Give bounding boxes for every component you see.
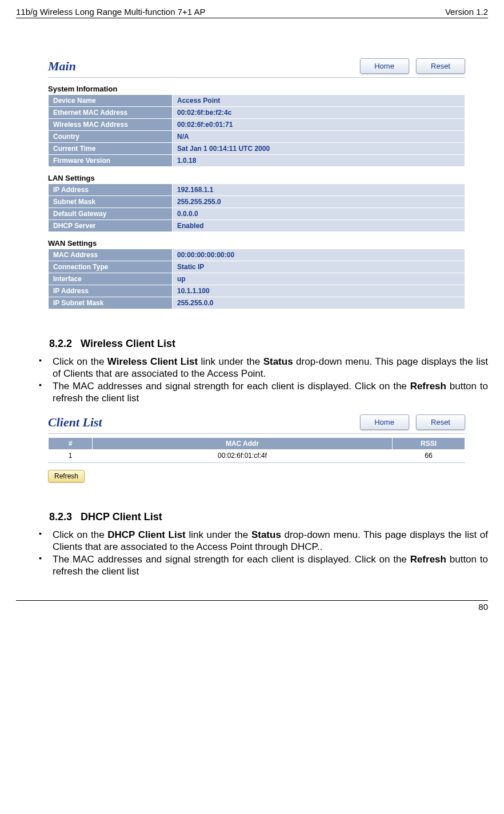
home-button[interactable]: Home: [360, 58, 409, 74]
doc-header: 11b/g Wireless Long Range Multi-function…: [16, 7, 488, 18]
t: link under the: [186, 529, 251, 540]
sys-info-label: System Information: [48, 85, 465, 93]
clientlist-screenshot: Client List Home Reset # MAC Addr RSSI 1…: [48, 414, 465, 482]
v: 255.255.0.0: [173, 297, 465, 309]
k: Current Time: [49, 143, 173, 155]
v: Sat Jan 1 00:14:11 UTC 2000: [173, 143, 465, 155]
k: Connection Type: [49, 261, 173, 273]
clientlist-title: Client List: [48, 415, 102, 430]
v: N/A: [173, 131, 465, 143]
v: 00:02:6f:e0:01:71: [173, 119, 465, 131]
v: up: [173, 273, 465, 285]
sec823-bullet1: Click on the DHCP Client List link under…: [29, 529, 488, 553]
k: Subnet Mask: [49, 196, 173, 208]
v: Access Point: [173, 95, 465, 107]
sec-title: Wireless Client List: [81, 338, 175, 349]
reset-button[interactable]: Reset: [416, 58, 465, 74]
col-mac: MAC Addr: [93, 438, 393, 450]
k: Interface: [49, 273, 173, 285]
wan-table: MAC Address00:00:00:00:00:00 Connection …: [48, 249, 465, 309]
v: 00:02:6f:be:f2:4c: [173, 107, 465, 119]
doc-footer: 80: [16, 600, 488, 612]
v: 1.0.18: [173, 155, 465, 167]
sec-num: 8.2.3: [49, 511, 72, 522]
header-left: 11b/g Wireless Long Range Multi-function…: [16, 7, 205, 17]
t: The MAC addresses and signal strength fo…: [53, 554, 410, 565]
main-screenshot: Main Home Reset System Information Devic…: [48, 58, 465, 309]
v: 00:00:00:00:00:00: [173, 249, 465, 261]
sec822-bullet2: The MAC addresses and signal strength fo…: [29, 380, 488, 405]
page-number: 80: [478, 602, 488, 612]
t: Click on the: [53, 529, 107, 540]
sec-822-heading: 8.2.2 Wireless Client List: [49, 338, 488, 350]
sys-info-table: Device NameAccess Point Ethernet MAC Add…: [48, 94, 465, 167]
t: Click on the: [53, 356, 107, 367]
btn-name: Refresh: [410, 381, 446, 392]
k: IP Subnet Mask: [49, 297, 173, 309]
refresh-button[interactable]: Refresh: [48, 470, 85, 482]
k: Firmware Version: [49, 155, 173, 167]
t: link under the: [198, 356, 263, 367]
table-row: 1 00:02:6f:01:cf:4f 66: [49, 450, 465, 462]
k: Wireless MAC Address: [49, 119, 173, 131]
cell-rssi: 66: [393, 450, 465, 462]
col-index: #: [49, 438, 93, 450]
lan-label: LAN Settings: [48, 174, 465, 182]
col-rssi: RSSI: [393, 438, 465, 450]
k: Ethernet MAC Address: [49, 107, 173, 119]
menu-name: Status: [263, 356, 293, 367]
v: 255.255.255.0: [173, 196, 465, 208]
wan-label: WAN Settings: [48, 239, 465, 248]
btn-name: Refresh: [410, 554, 446, 565]
k: IP Address: [49, 184, 173, 196]
t: The MAC addresses and signal strength fo…: [53, 381, 410, 392]
v: 0.0.0.0: [173, 208, 465, 220]
k: Device Name: [49, 95, 173, 107]
sec822-bullet1: Click on the Wireless Client List link u…: [29, 356, 488, 380]
cell-index: 1: [49, 450, 93, 462]
client-table: # MAC Addr RSSI 1 00:02:6f:01:cf:4f 66: [48, 437, 465, 461]
v: 10.1.1.100: [173, 285, 465, 297]
sec823-bullet2: The MAC addresses and signal strength fo…: [29, 553, 488, 578]
v: Enabled: [173, 220, 465, 232]
sec-823-heading: 8.2.3 DHCP Client List: [49, 511, 488, 523]
link-name: Wireless Client List: [107, 356, 198, 367]
menu-name: Status: [251, 529, 281, 540]
k: Default Gateway: [49, 208, 173, 220]
cell-mac: 00:02:6f:01:cf:4f: [93, 450, 393, 462]
k: Country: [49, 131, 173, 143]
main-title: Main: [48, 59, 76, 74]
v: 192.168.1.1: [173, 184, 465, 196]
k: MAC Address: [49, 249, 173, 261]
link-name: DHCP Client List: [107, 529, 186, 540]
v: Static IP: [173, 261, 465, 273]
sec-num: 8.2.2: [49, 338, 72, 349]
lan-table: IP Address192.168.1.1 Subnet Mask255.255…: [48, 183, 465, 232]
home-button[interactable]: Home: [360, 414, 409, 430]
header-right: Version 1.2: [445, 7, 488, 17]
k: DHCP Server: [49, 220, 173, 232]
reset-button[interactable]: Reset: [416, 414, 465, 430]
k: IP Address: [49, 285, 173, 297]
sec-title: DHCP Client List: [81, 511, 162, 522]
